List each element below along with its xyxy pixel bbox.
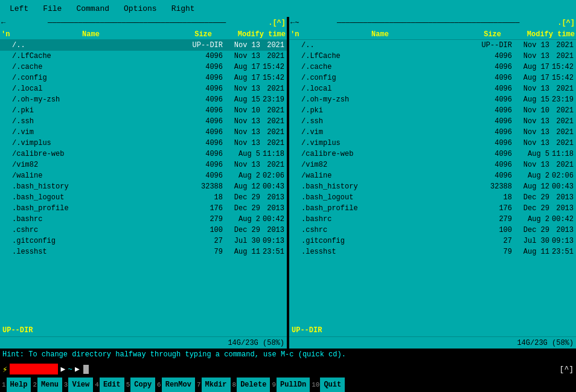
- command-line[interactable]: ⚡ ▶ ~ ▶ [^]: [0, 361, 576, 378]
- file-time: 2021: [549, 161, 575, 169]
- left-file-row[interactable]: .lesshst 79 Aug 11 23:51: [0, 246, 287, 257]
- left-file-row[interactable]: /.LfCache 4096 Nov 13 2021: [0, 51, 287, 62]
- menubar: Left File Command Options Right: [0, 0, 576, 17]
- right-file-row[interactable]: .bashrc 279 Aug 2 00:42: [289, 214, 576, 225]
- file-modify: Nov 13: [512, 139, 549, 147]
- file-name: .bash_profile: [12, 204, 181, 213]
- fkey-copy[interactable]: 5 Copy: [124, 378, 155, 392]
- right-file-row[interactable]: /calibre-web 4096 Aug 5 11:18: [289, 149, 576, 159]
- left-arrow-left: ←: [1, 19, 5, 27]
- file-name: /vim82: [301, 161, 470, 169]
- left-file-row[interactable]: .bashrc 279 Aug 2 00:42: [0, 214, 287, 225]
- right-panel-path-dots: ────────────────────────────────────────…: [299, 19, 557, 27]
- file-size: 4096: [470, 85, 512, 93]
- left-panel-path: .[^]: [268, 19, 286, 27]
- fkey-renmov[interactable]: 6 RenMov: [155, 378, 195, 392]
- right-file-row[interactable]: /vim82 4096 Nov 13 2021: [289, 159, 576, 170]
- fkey-help[interactable]: 1 Help: [0, 378, 31, 392]
- fkey-mkdir[interactable]: 7 Mkdir: [195, 378, 231, 392]
- left-file-row[interactable]: .bash_profile 176 Dec 29 2013: [0, 203, 287, 214]
- right-col-n: 'n: [290, 30, 301, 39]
- right-file-row[interactable]: .bash_history 32388 Aug 12 00:43: [289, 181, 576, 192]
- menu-right[interactable]: Right: [164, 3, 202, 14]
- left-file-row[interactable]: /.vimplus 4096 Nov 13 2021: [0, 138, 287, 149]
- fkey-delete[interactable]: 8 Delete: [231, 378, 270, 392]
- file-name: /calibre-web: [301, 150, 470, 158]
- menu-options[interactable]: Options: [117, 3, 164, 14]
- right-file-row[interactable]: /.. UP--DIR Nov 13 2021: [289, 40, 576, 51]
- file-size: 279: [470, 215, 512, 223]
- right-file-row[interactable]: /.vim 4096 Nov 13 2021: [289, 127, 576, 138]
- fkey-num: 6: [155, 381, 162, 388]
- file-modify: Nov 10: [512, 106, 549, 115]
- right-file-row[interactable]: /.LfCache 4096 Nov 13 2021: [289, 51, 576, 62]
- menu-command[interactable]: Command: [69, 3, 117, 14]
- right-file-row[interactable]: .bash_logout 18 Dec 29 2013: [289, 192, 576, 203]
- file-size: 32388: [470, 182, 512, 191]
- right-file-row[interactable]: .lesshst 79 Aug 11 23:51: [289, 246, 576, 257]
- file-time: 02:06: [549, 172, 575, 180]
- left-file-row[interactable]: /vim82 4096 Nov 13 2021: [0, 159, 287, 170]
- left-col-n: 'n: [1, 30, 12, 39]
- right-file-row[interactable]: /.local 4096 Nov 13 2021: [289, 83, 576, 94]
- file-time: 15:42: [260, 74, 286, 82]
- file-modify: Aug 5: [512, 150, 549, 158]
- menu-left[interactable]: Left: [2, 3, 36, 14]
- file-modify: Nov 13: [512, 128, 549, 137]
- left-file-row[interactable]: /.oh-my-zsh 4096 Aug 15 23:19: [0, 94, 287, 105]
- right-file-row[interactable]: /.cache 4096 Aug 17 15:42: [289, 62, 576, 72]
- left-file-row[interactable]: /.pki 4096 Nov 10 2021: [0, 105, 287, 116]
- left-file-row[interactable]: /.vim 4096 Nov 13 2021: [0, 127, 287, 138]
- file-time: 2021: [549, 52, 575, 60]
- cmd-input[interactable]: [10, 364, 58, 374]
- left-file-row[interactable]: /.local 4096 Nov 13 2021: [0, 83, 287, 94]
- right-file-row[interactable]: .bash_profile 176 Dec 29 2013: [289, 203, 576, 214]
- fkey-menu[interactable]: 2 Menu: [31, 378, 62, 392]
- file-modify: Aug 2: [223, 215, 260, 223]
- left-file-row[interactable]: /.cache 4096 Aug 17 15:42: [0, 62, 287, 72]
- file-modify: Nov 13: [223, 52, 260, 60]
- right-file-row[interactable]: /.config 4096 Aug 17 15:42: [289, 72, 576, 83]
- file-time: 2013: [260, 193, 286, 202]
- file-size: 4096: [181, 172, 223, 180]
- left-file-row[interactable]: .bash_history 32388 Aug 12 00:43: [0, 181, 287, 192]
- file-time: 15:42: [549, 74, 575, 82]
- right-file-row[interactable]: /.vimplus 4096 Nov 13 2021: [289, 138, 576, 149]
- left-file-row[interactable]: .bash_logout 18 Dec 29 2013: [0, 192, 287, 203]
- fkey-num: 7: [195, 381, 202, 388]
- right-file-row[interactable]: .gitconfig 27 Jul 30 09:13: [289, 236, 576, 246]
- fkey-edit[interactable]: 4 Edit: [93, 378, 124, 392]
- right-col-size: Size: [459, 30, 501, 39]
- file-size: 4096: [470, 95, 512, 104]
- left-file-row[interactable]: /waline 4096 Aug 2 02:06: [0, 170, 287, 181]
- fkey-num: 2: [31, 381, 37, 388]
- file-time: 2021: [549, 85, 575, 93]
- right-file-row[interactable]: /.ssh 4096 Nov 13 2021: [289, 116, 576, 127]
- fkey-view[interactable]: 3 View: [62, 378, 93, 392]
- menu-file[interactable]: File: [36, 3, 69, 14]
- fkey-quit[interactable]: 10 Quit: [310, 378, 345, 392]
- file-time: 2021: [549, 117, 575, 126]
- left-file-row[interactable]: /calibre-web 4096 Aug 5 11:18: [0, 149, 287, 159]
- file-time: 2013: [260, 204, 286, 213]
- file-modify: Aug 2: [223, 172, 260, 180]
- file-time: 23:19: [260, 95, 286, 104]
- file-time: 2021: [260, 128, 286, 137]
- left-file-row[interactable]: /.config 4096 Aug 17 15:42: [0, 72, 287, 83]
- right-file-row[interactable]: /.pki 4096 Nov 10 2021: [289, 105, 576, 116]
- right-file-row[interactable]: .cshrc 100 Dec 29 2013: [289, 225, 576, 236]
- left-file-row[interactable]: .gitconfig 27 Jul 30 09:13: [0, 236, 287, 246]
- file-name: /vim82: [12, 161, 181, 169]
- left-file-row[interactable]: /.ssh 4096 Nov 13 2021: [0, 116, 287, 127]
- right-file-row[interactable]: /waline 4096 Aug 2 02:06: [289, 170, 576, 181]
- left-file-row[interactable]: .cshrc 100 Dec 29 2013: [0, 225, 287, 236]
- fkey-pulldn[interactable]: 9 PullDn: [270, 378, 310, 392]
- file-time: 00:43: [549, 182, 575, 191]
- file-name: /.ssh: [301, 117, 470, 126]
- file-name: /.oh-my-zsh: [12, 95, 181, 104]
- left-col-name: Name: [12, 30, 170, 39]
- left-file-row[interactable]: /.. UP--DIR Nov 13 2021: [0, 40, 287, 51]
- file-size: 27: [470, 237, 512, 245]
- right-file-row[interactable]: /.oh-my-zsh 4096 Aug 15 23:19: [289, 94, 576, 105]
- file-modify: Dec 29: [512, 226, 549, 234]
